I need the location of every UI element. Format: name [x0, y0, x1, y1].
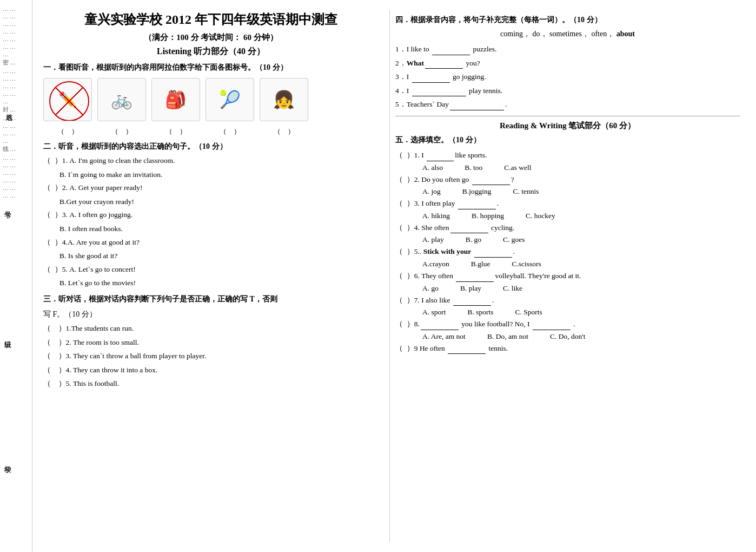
- q5-1-options: A. alsoB. tooC.as well: [422, 163, 740, 172]
- q5-6: （ ）6. They often volleyball. They're goo…: [395, 270, 740, 282]
- image-2: 🚲: [97, 78, 146, 121]
- blank-3: （ ）: [151, 127, 200, 136]
- word-bank: coming， do， sometimes， often， about: [395, 29, 740, 39]
- q2-1b: B. I`m going to make an invitation.: [59, 169, 379, 181]
- q4-5: 5．Teachers` Day.: [395, 98, 740, 110]
- q5-2-options: A. jogB.joggingC. tennis: [422, 187, 740, 196]
- right-column: 四．根据录音内容，将句子补充完整（每格一词）。（10 分） coming， do…: [389, 11, 740, 541]
- image-4: 🎾: [205, 78, 254, 121]
- blank-2: （ ）: [97, 127, 146, 136]
- main-content: 童兴实验学校 2012 年下四年级英语期中测查 （满分：100 分 考试时间： …: [32, 0, 756, 552]
- q3-2: （ ）2. The room is too small.: [43, 337, 379, 349]
- sidebar: …… …… …… …… …… …… … 密… …… …… …… …… … 封… …: [0, 0, 32, 552]
- part1-header: 一．看图听音，根据听到的内容用阿拉伯数字给下面各图标号。（10 分）: [43, 63, 379, 73]
- q5-7-options: A. sportB. sportsC. Sports: [422, 308, 740, 317]
- listening-section-title: Listening 听力部分（40 分）: [43, 46, 379, 57]
- image-3: 🎒: [151, 78, 200, 121]
- q2-2: （ ）2. A. Get your paper ready!: [43, 182, 379, 194]
- sidebar-dots: …… …… …… …… …… …… … 密… …… …… …… …… … 封… …: [0, 0, 32, 204]
- q4-4: 4．I play tennis.: [395, 85, 740, 97]
- q3-5: （ ）5. This is football.: [43, 378, 379, 390]
- part4-header: 四．根据录音内容，将句子补充完整（每格一词）。（10 分）: [395, 15, 740, 25]
- rw-title: Reading & Writing 笔试部分（60 分）: [395, 116, 740, 131]
- image-1: ✏️: [43, 78, 92, 121]
- q2-5b: B. Let`s go to the movies!: [59, 277, 379, 289]
- blank-5: （ ）: [260, 127, 308, 136]
- q2-3b: B. I often read books.: [59, 223, 379, 235]
- q4-3: 3．I go jogging.: [395, 71, 740, 83]
- q3-3: （ ）3. They can`t throw a ball from playe…: [43, 350, 379, 362]
- q4-1: 1．I like to puzzles.: [395, 43, 740, 55]
- label-mifeng: 密…: [3, 58, 29, 67]
- q5-2: （ ）2. Do you often go ?: [395, 174, 740, 186]
- q5-4: （ ）4. She often cycling.: [395, 222, 740, 234]
- q5-3: （ ）3. I often play .: [395, 198, 740, 209]
- q5-4-options: A. playB. goC. goes: [422, 235, 740, 244]
- q2-3: （ ）3. A. I often go jogging.: [43, 209, 379, 221]
- q4-2: 2．What you?: [395, 57, 740, 69]
- blanks-row: （ ） （ ） （ ） （ ） （ ）: [43, 127, 379, 136]
- q2-5: （ ）5. A. Let`s go to concert!: [43, 264, 379, 275]
- part3-header: 三．听对话，根据对话内容判断下列句子是否正确，正确的写 T，否则: [43, 294, 379, 304]
- part3-subheader: 写 F。（10 分）: [43, 310, 379, 319]
- q5-9: （ ）9 He often tennis.: [395, 343, 740, 354]
- blank-4: （ ）: [205, 127, 254, 136]
- q5-1: （ ）1. I like sports.: [395, 149, 740, 161]
- q5-6-options: A. goB. playC. like: [422, 284, 740, 293]
- left-column: 童兴实验学校 2012 年下四年级英语期中测查 （满分：100 分 考试时间： …: [43, 11, 379, 541]
- q2-4b: B. Is she good at it?: [59, 250, 379, 262]
- exam-subtitle: （满分：100 分 考试时间： 60 分钟）: [43, 32, 379, 43]
- q3-1: （ ）1.The students can run.: [43, 323, 379, 334]
- label-xian: 线…: [3, 145, 29, 153]
- part5-header: 五．选择填空。（10 分）: [395, 135, 740, 145]
- q5-5: （ ）5.. Stick with your .: [395, 246, 740, 258]
- part2-header: 二．听音，根据听到的内容选出正确的句子。（10 分）: [43, 142, 379, 152]
- q2-4: （ ）4.A. Are you at good at it?: [43, 236, 379, 248]
- q3-4: （ ）4. They can throw it into a box.: [43, 364, 379, 376]
- label-fengmi: 封…: [3, 106, 29, 114]
- images-row: ✏️ 🚲 🎒 🎾 👧: [43, 78, 379, 121]
- blank-1: （ ）: [43, 127, 92, 136]
- q2-2b: B.Get your crayon ready!: [59, 196, 379, 208]
- q5-3-options: A. hikingB. hoppingC. hockey: [422, 212, 740, 220]
- q2-1: （ ）1. A. I'm going to clean the classroo…: [43, 155, 379, 167]
- exam-title: 童兴实验学校 2012 年下四年级英语期中测查: [43, 11, 379, 28]
- q5-8-options: A. Are, am notB. Do, am notC. Do, don't: [422, 332, 740, 341]
- q5-7: （ ）7. I also like .: [395, 294, 740, 306]
- image-5: 👧: [260, 78, 308, 121]
- q5-5-options: A.crayonB.glueC.scissors: [422, 260, 740, 268]
- q5-8: （ ）8. you like football? No, I .: [395, 318, 740, 330]
